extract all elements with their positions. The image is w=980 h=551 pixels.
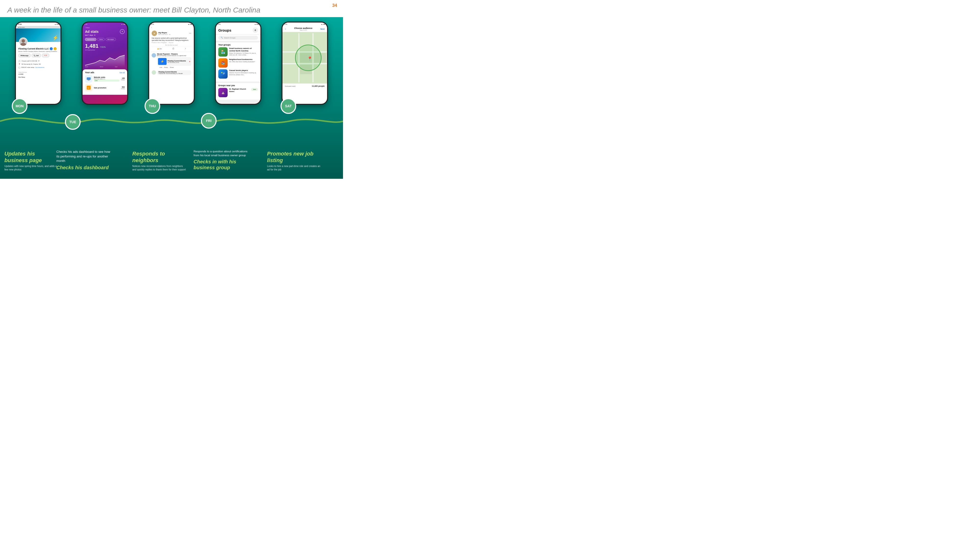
page-title: A week in the life of a small business o…: [7, 5, 336, 15]
p3-reactions: 👍 Like 💬 ↗: [152, 47, 191, 50]
p4-near-raphael[interactable]: ⛪ St. Raphael Church Goers Join: [218, 88, 258, 97]
svg-text:Sun: Sun: [85, 66, 88, 68]
p1-statusbar: 11:53 ▲ ● ■: [16, 22, 60, 26]
p2-tab-messages[interactable]: Messages: [106, 38, 116, 41]
p3-business-card: ⚡ Flowing Current Electric 56 Normandy D…: [157, 57, 191, 66]
p3-commenter2-avatar: [152, 70, 156, 75]
phone-screen-3: 9:41 ▲ ● ■ ‹ A Aly Reyes Mill Creek West…: [149, 22, 194, 104]
page-subtitle: Clayton, North Carolina: [184, 6, 261, 14]
p3-statusbar: 9:41 ▲ ● ■: [149, 22, 194, 26]
p5-header: < Choose audience Step 3 of 5 Next: [283, 26, 327, 32]
p4-group-img-tennis: 🎾: [218, 69, 228, 79]
day-circle-thu: THU: [145, 98, 160, 114]
day-circle-fri: FRI: [201, 113, 216, 129]
p3-like-btn[interactable]: 👍 Like: [157, 48, 162, 49]
p4-near-you: Groups near you ⛪ St. Raphael Church Goe…: [216, 83, 261, 100]
day-circle-sat: SAT: [280, 98, 296, 114]
phone-frame-1: 11:53 ▲ ● ■ ◀ Messages ⚡: [15, 22, 62, 105]
svg-rect-7: [88, 80, 90, 81]
p4-group-sbo[interactable]: 🏪 Small business owners of central North…: [218, 47, 258, 57]
header: A week in the life of a small business o…: [0, 0, 343, 17]
p2-impressions: 1,481 +31% Ad Impressions: [83, 42, 127, 52]
thu-section: Responds to neighbors Notices new recomm…: [132, 151, 186, 171]
p4-groups-header: Groups +: [216, 26, 261, 35]
svg-text:%: %: [88, 87, 89, 89]
p3-action-row: Like Reply Share: [157, 66, 191, 68]
phone-ad-stats: 9:41 ▲ ● ■ < Back Ad stats + last 7 days…: [81, 22, 128, 105]
phone-screen-1: 11:53 ▲ ● ■ ◀ Messages ⚡: [16, 22, 60, 104]
p5-back-btn[interactable]: <: [285, 28, 286, 30]
p3-original-post: A Aly Reyes Mill Creek West · 4w ••• Has…: [149, 29, 194, 52]
p1-details: 🕐 Closed until Fri 8:00 AM ▼ 📍 56 Norman…: [16, 58, 60, 70]
p4-statusbar: 9:41 ▲ ● ■: [216, 22, 261, 26]
p3-like-action[interactable]: Like: [159, 67, 162, 68]
svg-text:Mon: Mon: [100, 66, 103, 68]
phone-screen-2: 9:41 ▲ ● ■ < Back Ad stats + last 7 days…: [83, 22, 127, 104]
sat-section: Promotes new job listing Looks to hire a…: [267, 151, 321, 171]
phone-frame-2: 9:41 ▲ ● ■ < Back Ad stats + last 7 days…: [81, 22, 128, 105]
phone-neighbors: 9:41 ▲ ● ■ ‹ A Aly Reyes Mill Creek West…: [148, 22, 195, 105]
p2-your-ads: Your ads See all Website visits National…: [83, 69, 127, 95]
p2-ad-item-1: Website visits National sales m... Live …: [85, 75, 125, 83]
phone-screen-4: 9:41 ▲ ● ■ Groups + 🔍 Search Groups: [216, 22, 261, 104]
fri-section: Responds to a question about certificati…: [194, 149, 250, 171]
p4-group-img-sbo: 🏪: [218, 47, 228, 57]
p3-commenter1-avatar: [152, 53, 156, 57]
page-number: 34: [332, 3, 337, 8]
p4-add-group[interactable]: +: [253, 27, 258, 33]
svg-point-1: [20, 43, 26, 46]
p3-reply-action[interactable]: Reply: [164, 67, 168, 68]
p3-comment-1: Nicole Popovici · Flowers Bill at Flowin…: [149, 52, 194, 69]
p4-join-btn[interactable]: Join: [251, 88, 258, 91]
p2-ad-item-2: % Sale promotion 503 Clicks: [85, 84, 125, 91]
p2-tab-impressions[interactable]: Impressions: [85, 38, 96, 41]
p4-search-box[interactable]: 🔍 Search Groups: [218, 36, 258, 40]
p2-see-all[interactable]: See all: [119, 72, 125, 73]
p4-your-groups: Your groups 🏪 Small business owners of c…: [216, 42, 261, 81]
p1-actions: ✉ Message 📞 Call ♥ 13: [16, 52, 60, 58]
p4-group-tennis[interactable]: 🎾 Casual tennis players Jessica: If you'…: [218, 69, 258, 79]
p1-business-info: Flowing Current Electric LLC ✓ ⭐ Electri…: [16, 47, 60, 52]
p3-share-action[interactable]: Share: [170, 67, 174, 68]
p5-next-btn[interactable]: Next: [320, 28, 325, 30]
p1-state-license: State license L34498: [16, 70, 60, 76]
p5-statusbar: 9:41 ▲ ● ■: [283, 22, 327, 26]
phone-audience: 9:41 ▲ ● ■ < Choose audience Step 3 of 5…: [282, 22, 328, 105]
p2-header: < Back Ad stats + last 7 days ▼: [83, 26, 127, 37]
p4-group-books[interactable]: 📚 Neighborhood bookworms Jon: Who else l…: [218, 58, 258, 68]
svg-rect-6: [87, 78, 91, 80]
p2-statusbar: 9:41 ▲ ● ■: [83, 22, 127, 26]
p2-chart: Sun Mon Sat: [83, 52, 127, 69]
p3-poster-avatar: A: [152, 30, 157, 36]
p5-map: 📍: [283, 32, 327, 84]
mon-section: Updates his business page Updates with n…: [5, 151, 58, 171]
p3-comment-2: Flowing Current Electric Thanks for reco…: [149, 69, 194, 76]
p4-search-area: 🔍 Search Groups: [216, 35, 261, 41]
p1-our-story: Our Story: [16, 76, 60, 78]
p2-tabs: Impressions Clicks Messages: [83, 37, 127, 42]
p1-message-btn[interactable]: ✉ Message: [18, 54, 30, 57]
p4-group-img-books: 📚: [218, 58, 228, 68]
p1-cover-image: ⚡: [16, 29, 60, 42]
p3-share-btn[interactable]: ↗: [185, 48, 186, 49]
svg-text:📍: 📍: [307, 56, 313, 62]
svg-text:Sat: Sat: [115, 66, 118, 68]
p3-comment-btn[interactable]: 💬: [172, 48, 174, 49]
phone-frame-5: 9:41 ▲ ● ■ < Choose audience Step 3 of 5…: [282, 22, 328, 105]
p1-call-btn[interactable]: 📞 Call: [32, 54, 41, 57]
phone-screen-5: 9:41 ▲ ● ■ < Choose audience Step 3 of 5…: [283, 22, 327, 104]
day-circle-mon: MON: [12, 98, 27, 114]
day-circle-tue: TUE: [65, 114, 81, 130]
p2-tab-clicks[interactable]: Clicks: [97, 38, 105, 41]
svg-point-0: [22, 39, 25, 43]
p4-search-icon: 🔍: [221, 37, 223, 39]
p1-heart-btn[interactable]: ♥ 13: [42, 54, 49, 57]
phones-row: 11:53 ▲ ● ■ ◀ Messages ⚡: [5, 22, 338, 105]
phone-frame-4: 9:41 ▲ ● ■ Groups + 🔍 Search Groups: [215, 22, 261, 105]
phone-groups: 9:41 ▲ ● ■ Groups + 🔍 Search Groups: [215, 22, 261, 105]
phone-business-page: 11:53 ▲ ● ■ ◀ Messages ⚡: [15, 22, 62, 105]
phone-frame-3: 9:41 ▲ ● ■ ‹ A Aly Reyes Mill Creek West…: [148, 22, 195, 105]
p5-bottom: Estimated reach 11,600 people: [283, 84, 327, 89]
p3-back[interactable]: ‹: [149, 26, 194, 29]
main-area: MON TUE THU FRI SAT 11:53 ▲ ● ■ ◀ Messag…: [0, 17, 343, 179]
